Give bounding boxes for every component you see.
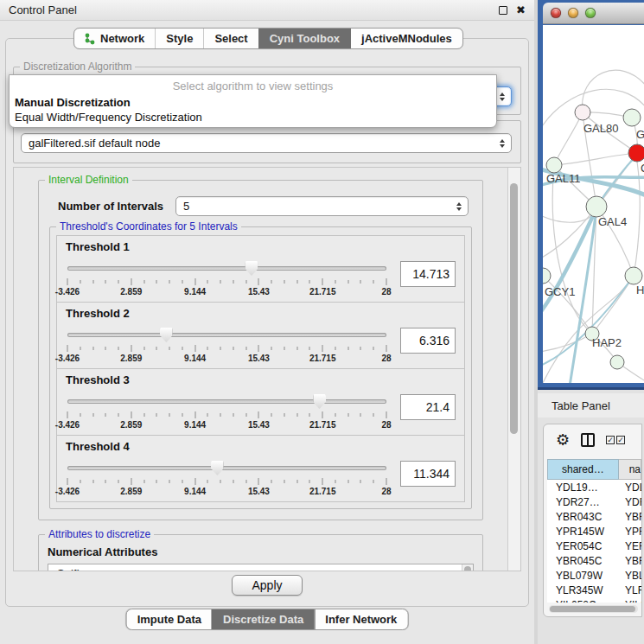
cell-shared-name[interactable]: YDR27… — [547, 494, 622, 509]
threshold-2-slider: -3.4262.8599.14415.4321.71528 — [67, 328, 386, 366]
network-node[interactable] — [623, 109, 641, 126]
cell-shared-name[interactable]: YBL079W — [547, 568, 622, 583]
slider-thumb[interactable] — [160, 328, 173, 342]
numerical-attributes-list[interactable]: SelfLoopsTopologicalCoefficientBetweenne… — [48, 564, 474, 571]
network-node-label: C — [641, 162, 644, 175]
settings-scrollbar[interactable] — [507, 168, 520, 571]
network-node[interactable] — [543, 268, 551, 284]
apply-button[interactable]: Apply — [232, 575, 302, 596]
threshold-2-value-field[interactable]: 6.316 — [400, 328, 456, 354]
cell-name[interactable]: YER0 — [622, 539, 641, 553]
tick-mark — [335, 280, 335, 284]
cell-name[interactable]: YBR0 — [622, 553, 641, 568]
close-traffic-light-icon[interactable] — [551, 8, 561, 18]
slider-thumb[interactable] — [245, 261, 258, 276]
tick-mark — [118, 280, 119, 284]
slider-thumb[interactable] — [211, 461, 224, 475]
slider-track[interactable] — [67, 266, 386, 271]
split-columns-icon[interactable] — [581, 433, 595, 447]
tab-cyni-toolbox[interactable]: Cyni Toolbox — [258, 29, 350, 48]
float-window-icon[interactable] — [499, 6, 507, 15]
cell-shared-name[interactable]: YBR043C — [547, 509, 622, 524]
tick-mark — [296, 280, 297, 284]
column-header-shared-name[interactable]: shared… — [547, 459, 619, 480]
table-horizontal-scrollbar[interactable] — [549, 605, 638, 613]
group-title: Interval Definition — [45, 174, 132, 186]
cell-name[interactable]: YBL0 — [622, 568, 641, 583]
cell-shared-name[interactable]: YDL19… — [547, 480, 622, 494]
threshold-3-value-field[interactable]: 21.4 — [400, 394, 456, 420]
number-of-intervals-combo[interactable]: 5 — [175, 196, 469, 216]
minimize-traffic-light-icon[interactable] — [568, 8, 578, 18]
network-node[interactable] — [546, 157, 562, 173]
table-row: YBR045CYBR0 — [547, 553, 641, 568]
tick-mark — [271, 347, 272, 350]
tab-impute-data[interactable]: Impute Data — [127, 609, 212, 629]
tab-infer-network[interactable]: Infer Network — [314, 609, 407, 629]
cell-name[interactable]: YDR2 — [622, 494, 641, 509]
tick-mark — [284, 280, 284, 284]
tab-label: Impute Data — [137, 613, 201, 626]
dropdown-item-equal-width-frequency[interactable]: Equal Width/Frequency Discretization — [10, 110, 496, 124]
tab-style[interactable]: Style — [155, 29, 203, 48]
number-of-intervals-label: Number of Intervals — [58, 200, 163, 213]
tick-mark — [233, 280, 233, 284]
slider-track[interactable] — [67, 466, 386, 470]
network-node[interactable] — [575, 105, 590, 120]
tab-label: Select — [214, 32, 247, 45]
column-header-name[interactable]: na — [619, 459, 641, 480]
network-canvas[interactable]: GAL80G.CGAL11GAL4GCY1HHAP2 — [543, 25, 644, 383]
tick-mark — [348, 280, 348, 284]
slider-track[interactable] — [67, 333, 386, 337]
network-node[interactable] — [625, 267, 642, 284]
cell-name[interactable]: YPR1 — [622, 524, 641, 539]
table-panel-card: ⚙ ✓ ✓ shared… na YDL19…YDL1YDR27…YDR2YBR… — [543, 424, 642, 617]
cell-shared-name[interactable]: YLR345W — [547, 583, 622, 597]
cell-shared-name[interactable]: YER054C — [547, 539, 622, 553]
tick-mark — [386, 411, 387, 418]
group-title: Threshold's Coordinates for 5 Intervals — [56, 220, 241, 233]
checked-box-icon[interactable]: ✓ — [616, 436, 625, 444]
threshold-4-value-field[interactable]: 11.344 — [400, 461, 456, 487]
close-icon[interactable]: ✖ — [516, 6, 526, 15]
settings-scrollbar-thumb[interactable] — [510, 183, 518, 434]
cell-shared-name[interactable]: YBR045C — [547, 553, 622, 568]
cell-name[interactable]: YBR0 — [622, 509, 641, 524]
cell-shared-name[interactable]: YPR145W — [547, 524, 622, 539]
tick-mark — [271, 413, 272, 417]
cell-name[interactable]: YLR3 — [622, 583, 641, 597]
tick-mark — [182, 480, 182, 483]
gear-icon[interactable]: ⚙ — [556, 432, 570, 448]
tab-select[interactable]: Select — [203, 29, 258, 48]
threshold-1-value-field[interactable]: 14.713 — [400, 261, 456, 287]
table-scrollbar-thumb[interactable] — [550, 606, 635, 612]
tick-mark — [182, 413, 182, 417]
control-panel-titlebar: Control Panel ✖ — [0, 0, 534, 21]
list-scrollbar[interactable] — [462, 564, 473, 571]
tab-discretize-data[interactable]: Discretize Data — [212, 609, 314, 629]
zoom-traffic-light-icon[interactable] — [585, 8, 596, 18]
table-data-combo[interactable]: galFiltered.sif default node — [21, 133, 512, 153]
tick-mark — [220, 480, 221, 483]
tick-mark — [143, 280, 144, 284]
tick-mark — [92, 347, 93, 350]
cell-name[interactable]: YDL1 — [622, 480, 641, 494]
tab-network[interactable]: Network — [74, 29, 155, 48]
slider-track[interactable] — [67, 399, 386, 404]
network-node[interactable] — [586, 196, 607, 217]
attribute-list-item[interactable]: SelfLoops — [57, 567, 473, 571]
tab-jactivemnodules[interactable]: jActiveMNodules — [350, 29, 462, 48]
checked-box-icon[interactable]: ✓ — [606, 436, 615, 444]
tick-mark — [373, 413, 374, 417]
dropdown-item-manual-discretization[interactable]: Manual Discretization — [10, 95, 496, 110]
tick-mark — [118, 480, 119, 483]
tick-mark — [131, 411, 131, 418]
cell-shared-name[interactable]: YIL052C — [547, 597, 622, 603]
slider-thumb[interactable] — [313, 394, 326, 409]
list-scrollbar-thumb[interactable] — [464, 566, 471, 571]
table-panel-title: Table Panel — [552, 399, 610, 412]
cell-name[interactable]: YIL0 — [622, 597, 641, 603]
table-toolbar: ⚙ ✓ ✓ — [544, 424, 641, 456]
network-node[interactable] — [610, 355, 624, 369]
network-node[interactable] — [628, 144, 644, 162]
